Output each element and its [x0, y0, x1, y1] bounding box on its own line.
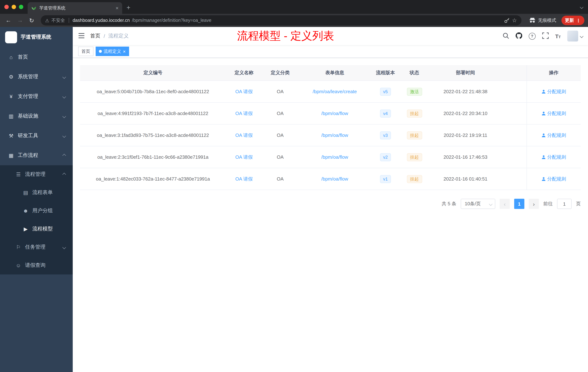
form-info-link[interactable]: /bpm/oa/flow — [321, 111, 348, 116]
chevron-up-icon — [62, 153, 66, 157]
filler-cell — [502, 102, 526, 124]
logo-avatar — [5, 31, 17, 43]
page-title: 流程模型 - 定义列表 — [237, 29, 334, 44]
col-definition-category: 定义分类 — [262, 65, 298, 81]
incognito-label: 无痕模式 — [538, 17, 556, 23]
col-filler — [502, 65, 526, 81]
form-info-link[interactable]: /bpm/oa/flow — [321, 176, 348, 182]
sidebar-item-home[interactable]: ⌂ 首页 — [0, 47, 73, 67]
sidebar-item-user-groups[interactable]: ☻ 用户分组 — [0, 202, 73, 220]
new-tab-button[interactable]: + — [122, 4, 136, 14]
close-window-button[interactable] — [4, 5, 9, 9]
user-menu[interactable] — [567, 31, 583, 42]
next-page-button[interactable]: › — [529, 199, 539, 209]
sidebar-item-label: 流程表单 — [32, 189, 53, 196]
address-bar[interactable]: ⚠ 不安全 dashboard.yudao.iocoder.cn/bpm/man… — [41, 15, 521, 25]
definition-name-link[interactable]: OA 请假 — [235, 154, 252, 160]
person-icon — [541, 155, 546, 159]
sidebar-item-label: 任务管理 — [25, 244, 45, 251]
url-host: dashboard.yudao.iocoder.cn — [73, 18, 130, 23]
assign-rule-button[interactable]: 分配规则 — [541, 132, 566, 139]
sidebar-item-dev-tools[interactable]: ⚒ 研发工具 — [0, 126, 73, 146]
bookmark-star-icon[interactable]: ☆ — [512, 17, 517, 24]
sidebar-item-workflow[interactable]: ▦ 工作流程 — [0, 146, 73, 165]
sidebar-item-label: 请假查询 — [25, 262, 45, 269]
form-info-link[interactable]: /bpm/oa/flow — [321, 154, 348, 160]
form-info-link[interactable]: /bpm/oa/flow — [321, 132, 348, 138]
tag-close-icon[interactable]: × — [123, 49, 126, 54]
sidebar-item-leave-query[interactable]: ☺ 请假查询 — [0, 256, 73, 274]
pagination-total: 共 5 条 — [442, 201, 456, 207]
tag-process-definition[interactable]: 流程定义 × — [96, 47, 129, 56]
definition-name-link[interactable]: OA 请假 — [235, 89, 252, 94]
avatar[interactable] — [567, 31, 578, 42]
assign-rule-button[interactable]: 分配规则 — [541, 154, 566, 160]
version-badge: v3 — [380, 131, 391, 139]
back-button[interactable]: ← — [4, 17, 13, 24]
deploy-time: 2022-01-16 01:40:51 — [429, 168, 502, 190]
password-key-icon[interactable] — [504, 17, 510, 23]
help-icon[interactable]: ? — [529, 33, 536, 40]
definition-table: 定义编号 定义名称 定义分类 表单信息 流程版本 状态 部署时间 操作 — [80, 65, 581, 190]
goto-page-input[interactable] — [557, 199, 572, 209]
search-icon[interactable] — [502, 32, 509, 40]
table-header-row: 定义编号 定义名称 定义分类 表单信息 流程版本 状态 部署时间 操作 — [80, 65, 581, 81]
definition-name-link[interactable]: OA 请假 — [235, 132, 252, 138]
tab-close-icon[interactable]: × — [116, 5, 118, 11]
workflow-submenu: ☰ 流程管理 ▤ 流程表单 ☻ 用户分组 ▶ 流程模型 ⚐ — [0, 165, 73, 274]
reload-button[interactable]: ↻ — [27, 17, 36, 24]
font-size-icon[interactable]: TT — [555, 33, 561, 39]
sidebar-item-payment-management[interactable]: ¥ 支付管理 — [0, 87, 73, 106]
github-icon[interactable] — [515, 32, 522, 40]
definition-name-link[interactable]: OA 请假 — [235, 110, 252, 116]
user-group-icon: ☻ — [22, 208, 29, 214]
person-icon — [541, 133, 546, 137]
fullscreen-icon[interactable] — [542, 32, 548, 40]
form-info-link[interactable]: /bpm/oa/leave/create — [313, 89, 357, 94]
assign-rule-button[interactable]: 分配规则 — [541, 88, 566, 95]
minimize-window-button[interactable] — [12, 5, 16, 9]
sidebar-item-process-models[interactable]: ▶ 流程模型 — [0, 220, 73, 238]
zoom-window-button[interactable] — [19, 5, 23, 9]
table-row: oa_leave:2:3c1f0ef1-76b1-11ec-9c66-a2380… — [80, 146, 581, 168]
table-row: oa_leave:1:482ec033-762a-11ec-8477-a2380… — [80, 168, 581, 190]
definition-name-link[interactable]: OA 请假 — [235, 176, 252, 181]
chevron-down-icon — [62, 75, 66, 79]
assign-rule-button[interactable]: 分配规则 — [541, 110, 566, 117]
window-controls — [4, 5, 23, 9]
definition-category: OA — [262, 146, 298, 168]
favicon-plant-icon — [31, 5, 36, 11]
sidebar-item-system-management[interactable]: ⚙ 系统管理 — [0, 67, 73, 87]
sidebar-item-task-management[interactable]: ⚐ 任务管理 — [0, 238, 73, 256]
workflow-icon: ▦ — [8, 153, 14, 158]
status-badge: 挂起 — [407, 175, 422, 183]
infrastructure-icon: ▥ — [8, 113, 14, 119]
browser-tab[interactable]: 芋道管理系统 × — [28, 2, 122, 14]
tag-home[interactable]: 首页 — [78, 47, 94, 56]
navbar-actions: ? TT — [502, 31, 588, 42]
person-icon — [541, 111, 546, 116]
page-size-select[interactable]: 10条/页 — [461, 199, 495, 209]
forward-button[interactable]: → — [15, 17, 25, 24]
tab-search-chevron-icon[interactable] — [580, 4, 583, 10]
sidebar-item-process-management[interactable]: ☰ 流程管理 — [0, 165, 73, 184]
update-label: 更新 — [565, 17, 574, 23]
definition-id: oa_leave:3:1fad3d93-7b75-11ec-a3c8-acde4… — [80, 124, 226, 146]
assign-rule-button[interactable]: 分配规则 — [541, 176, 566, 182]
sidebar-logo[interactable]: 芋道管理系统 — [0, 27, 73, 47]
prev-page-button[interactable]: ‹ — [500, 199, 510, 209]
security-label[interactable]: 不安全 — [51, 17, 65, 23]
browser-tabstrip: 芋道管理系统 × + — [0, 0, 588, 14]
page-number-1[interactable]: 1 — [514, 199, 524, 209]
browser-menu-icon[interactable]: ⋮ — [576, 18, 581, 23]
sidebar-item-process-forms[interactable]: ▤ 流程表单 — [0, 184, 73, 202]
tag-label: 流程定义 — [104, 48, 121, 55]
version-badge: v5 — [380, 88, 391, 96]
chevron-down-icon — [62, 134, 66, 138]
hamburger-icon[interactable] — [73, 33, 90, 40]
browser-update-button[interactable]: 更新 ⋮ — [561, 16, 584, 25]
sidebar-item-infrastructure[interactable]: ▥ 基础设施 — [0, 106, 73, 126]
col-definition-name: 定义名称 — [226, 65, 262, 81]
tag-label: 首页 — [82, 48, 90, 55]
breadcrumb-home[interactable]: 首页 — [90, 33, 100, 39]
